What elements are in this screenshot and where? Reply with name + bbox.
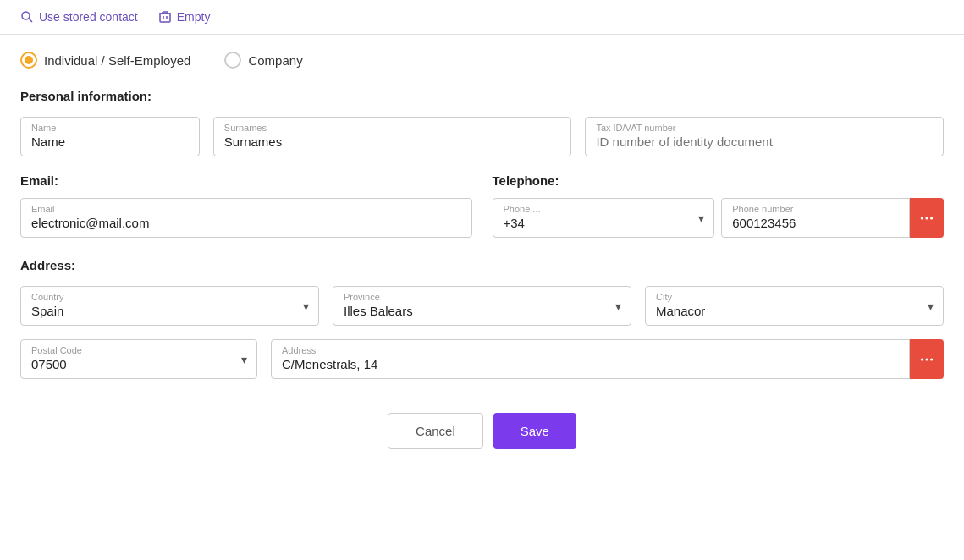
phone-number-wrapper: Phone number <box>721 198 944 238</box>
tax-input[interactable] <box>585 117 944 156</box>
address-field-wrapper: Address <box>271 339 910 379</box>
personal-section: Personal information: Name Surnames Tax … <box>20 89 944 156</box>
province-wrapper: Province Illes Balears Madrid Barcelona … <box>333 286 631 326</box>
name-field-wrapper: Name <box>20 117 200 156</box>
use-stored-contact-label: Use stored contact <box>39 10 138 24</box>
postal-code-wrapper: Postal Code 07500 07001 07100 ▾ <box>20 339 257 379</box>
svg-point-0 <box>22 12 30 19</box>
country-select[interactable]: Spain France Germany <box>20 286 319 326</box>
telephone-fields: Phone ... +34 +1 +44 +33 ▾ Phone number <box>493 198 945 238</box>
address-section-title: Address: <box>20 258 944 272</box>
empty-label: Empty <box>177 10 211 24</box>
search-icon <box>20 10 34 24</box>
address-section: Address: Country Spain France Germany ▾ … <box>20 258 944 379</box>
telephone-section-title: Telephone: <box>493 173 945 188</box>
email-section-title: Email: <box>20 173 472 188</box>
address-options-button[interactable] <box>910 339 944 379</box>
address-row-2: Postal Code 07500 07001 07100 ▾ Address <box>20 339 944 379</box>
top-bar: Use stored contact Empty <box>0 0 964 35</box>
radio-individual-label: Individual / Self-Employed <box>44 53 190 68</box>
use-stored-contact-link[interactable]: Use stored contact <box>20 10 138 24</box>
radio-individual[interactable]: Individual / Self-Employed <box>20 52 190 69</box>
trash-icon <box>158 10 172 24</box>
radio-individual-circle <box>20 52 37 69</box>
address-input[interactable] <box>271 339 910 379</box>
svg-point-13 <box>925 358 928 360</box>
radio-company-circle <box>224 52 241 69</box>
city-wrapper: City Manacor Palma Inca ▾ <box>645 286 944 326</box>
email-telephone-row: Email: Email Telephone: Phone ... +34 +1 <box>20 173 944 238</box>
surnames-field-wrapper: Surnames <box>213 117 572 156</box>
phone-number-input[interactable] <box>721 198 910 238</box>
email-col: Email: Email <box>20 173 493 238</box>
phone-prefix-wrapper: Phone ... +34 +1 +44 +33 ▾ <box>493 198 715 238</box>
address-dots-icon <box>920 353 934 366</box>
radio-company[interactable]: Company <box>224 52 302 69</box>
tax-field-wrapper: Tax ID/VAT number <box>585 117 944 156</box>
phone-input-wrapper: Phone number <box>721 198 910 238</box>
personal-section-title: Personal information: <box>20 89 944 103</box>
telephone-col: Telephone: Phone ... +34 +1 +44 +33 ▾ <box>493 173 945 238</box>
svg-point-11 <box>930 217 933 219</box>
surnames-input[interactable] <box>213 117 572 156</box>
button-row: Cancel Save <box>20 396 944 458</box>
postal-code-select[interactable]: 07500 07001 07100 <box>20 339 257 379</box>
main-content: Individual / Self-Employed Company Perso… <box>0 35 964 475</box>
svg-point-10 <box>925 217 928 219</box>
country-wrapper: Country Spain France Germany ▾ <box>20 286 319 326</box>
svg-line-1 <box>29 19 32 22</box>
radio-company-label: Company <box>248 53 302 68</box>
svg-point-9 <box>921 217 923 219</box>
personal-fields-row: Name Surnames Tax ID/VAT number <box>20 117 944 156</box>
email-input[interactable] <box>20 198 472 238</box>
phone-prefix-select[interactable]: +34 +1 +44 +33 <box>493 198 715 238</box>
name-input[interactable] <box>20 117 200 156</box>
save-button[interactable]: Save <box>493 413 576 449</box>
radio-group: Individual / Self-Employed Company <box>20 52 944 69</box>
dots-icon <box>920 211 934 225</box>
svg-point-12 <box>921 358 923 360</box>
phone-options-button[interactable] <box>910 198 944 238</box>
empty-link[interactable]: Empty <box>158 10 211 24</box>
address-row-1: Country Spain France Germany ▾ Province … <box>20 286 944 326</box>
cancel-button[interactable]: Cancel <box>388 413 483 449</box>
email-field-wrapper: Email <box>20 198 472 238</box>
svg-point-14 <box>930 358 933 360</box>
svg-rect-2 <box>160 14 170 22</box>
contact-form: Use stored contact Empty Individual / Se… <box>0 0 964 560</box>
address-input-wrapper: Address <box>271 339 944 379</box>
province-select[interactable]: Illes Balears Madrid Barcelona <box>333 286 631 326</box>
city-select[interactable]: Manacor Palma Inca <box>645 286 944 326</box>
